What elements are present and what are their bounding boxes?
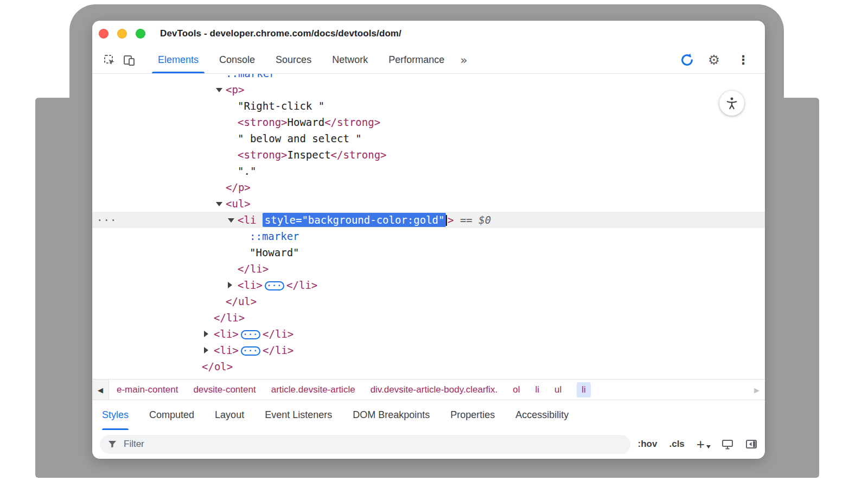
dom-pseudo-token: ::marker — [250, 230, 299, 242]
toggle-element-state-button[interactable]: :hov — [638, 439, 658, 450]
device-toolbar-icon[interactable] — [119, 51, 139, 69]
disclosure-down-icon[interactable] — [216, 88, 222, 92]
toggle-class-button[interactable]: .cls — [669, 439, 684, 450]
breadcrumb-scroll-right-icon[interactable]: ▶ — [749, 380, 765, 400]
dom-tree-row[interactable]: </ol> — [92, 358, 765, 375]
dom-node-text: </ul> — [92, 293, 257, 309]
dom-tree-row[interactable]: "Howard" — [92, 244, 765, 261]
dom-tree-row[interactable]: <li>···</li> — [92, 326, 765, 342]
rendering-emulation-button[interactable] — [722, 439, 733, 450]
settings-gear-icon[interactable]: ⚙ — [704, 51, 724, 69]
breadcrumb: e-main-contentdevsite-contentarticle.dev… — [109, 382, 591, 397]
devtools-window: DevTools - developer.chrome.com/docs/dev… — [92, 21, 765, 459]
tab-performance[interactable]: Performance — [378, 47, 455, 73]
new-style-rule-button[interactable]: + — [697, 437, 710, 451]
dom-tree-row[interactable]: <li>···</li> — [92, 342, 765, 358]
dom-tree-row[interactable]: <strong>Inspect</strong> — [92, 147, 765, 163]
dom-tree-row[interactable]: ::marker — [92, 74, 765, 81]
sidebar-tab-bar: StylesComputedLayoutEvent ListenersDOM B… — [92, 400, 765, 430]
kebab-menu-icon[interactable]: ⋮ — [731, 51, 755, 69]
tab-accessibility[interactable]: Accessibility — [515, 400, 569, 430]
text-caret — [446, 215, 448, 226]
dom-tree-row[interactable]: <p> — [92, 81, 765, 98]
filter-input[interactable] — [123, 438, 623, 450]
toggle-sidebar-button[interactable] — [745, 439, 757, 450]
window-title: DevTools - developer.chrome.com/docs/dev… — [160, 28, 401, 39]
dom-tree-row[interactable]: <li>···</li> — [92, 277, 765, 293]
dom-tag-token: <p> — [226, 84, 244, 96]
breadcrumb-item-ol[interactable]: ol — [513, 382, 520, 397]
tab-computed[interactable]: Computed — [149, 400, 194, 430]
dom-pseudo-token: ::marker — [226, 74, 276, 79]
dom-tree-row[interactable]: <ul> — [92, 195, 765, 212]
dom-tree-row[interactable]: "Right-click " — [92, 98, 765, 114]
maximize-window-button[interactable] — [136, 29, 145, 39]
dom-node-text: <ul> — [92, 195, 251, 212]
dom-tag-token: </li> — [214, 312, 245, 324]
tab-sources[interactable]: Sources — [265, 47, 322, 73]
tab-layout[interactable]: Layout — [215, 400, 244, 430]
close-window-button[interactable] — [99, 29, 108, 39]
dom-tree-row[interactable]: </li> — [92, 261, 765, 277]
dom-str-token: " below and select " — [238, 132, 362, 144]
breadcrumb-item-ul[interactable]: ul — [554, 382, 561, 397]
tab-styles[interactable]: Styles — [102, 400, 129, 430]
dom-tree-row[interactable]: ::marker — [92, 228, 765, 244]
disclosure-down-icon[interactable] — [228, 218, 234, 223]
dom-tree-row[interactable]: ···<li style="background-color:gold"> ==… — [92, 212, 765, 228]
dom-plain-token: Howard — [288, 116, 325, 128]
dom-str-token: "Right-click " — [238, 100, 324, 112]
breadcrumb-item-e-main-content[interactable]: e-main-content — [117, 382, 178, 397]
dom-tree-row[interactable]: </p> — [92, 179, 765, 195]
dom-node-text: ::marker — [92, 74, 276, 81]
breadcrumb-item-article-devsite-article[interactable]: article.devsite-article — [271, 382, 355, 397]
minimize-window-button[interactable] — [117, 29, 127, 39]
breadcrumb-item-li[interactable]: li — [535, 382, 540, 397]
dom-node-text: "Howard" — [92, 244, 299, 261]
dom-tree-row[interactable]: <strong>Howard</strong> — [92, 114, 765, 130]
dom-node-text: </p> — [92, 179, 251, 195]
inline-expand-button[interactable]: ··· — [265, 281, 284, 290]
tab-network[interactable]: Network — [322, 47, 378, 73]
dom-tag-token: <li> — [238, 279, 263, 291]
inspect-element-icon[interactable] — [100, 51, 119, 69]
accessibility-person-icon — [725, 96, 739, 110]
disclosure-right-icon[interactable] — [204, 331, 208, 337]
tab-properties[interactable]: Properties — [450, 400, 495, 430]
dom-node-text: "." — [92, 163, 256, 179]
sync-icon[interactable] — [677, 51, 697, 69]
dom-dollar-token: $0 — [478, 214, 491, 226]
inline-expand-button[interactable]: ··· — [241, 346, 260, 356]
dom-node-text: "Right-click " — [92, 98, 324, 114]
tab-console[interactable]: Console — [209, 47, 265, 73]
dom-tag-token: </li> — [286, 279, 317, 291]
breadcrumb-scroll-left-icon[interactable]: ◀ — [92, 380, 109, 400]
accessibility-widget-button[interactable] — [719, 91, 744, 116]
dom-tag-token: </li> — [238, 263, 269, 275]
disclosure-right-icon[interactable] — [228, 282, 232, 288]
dom-tag-token: <ul> — [226, 198, 251, 210]
dom-tree-row[interactable]: </li> — [92, 309, 765, 326]
monitor-icon — [722, 439, 733, 450]
breadcrumb-item-div-devsite-article-body-clearfix[interactable]: div.devsite-article-body.clearfix. — [371, 382, 498, 397]
breadcrumb-item-devsite-content[interactable]: devsite-content — [193, 382, 256, 397]
dom-tree-row[interactable]: "." — [92, 163, 765, 179]
disclosure-right-icon[interactable] — [204, 347, 208, 353]
dom-tag-token: <li> — [214, 328, 239, 340]
row-overflow-menu[interactable]: ··· — [97, 212, 117, 228]
filter-field[interactable] — [100, 435, 630, 454]
dom-tree-row[interactable]: " below and select " — [92, 130, 765, 147]
chevron-down-icon — [706, 445, 711, 451]
panel-tab-bar: ElementsConsoleSourcesNetworkPerformance — [148, 47, 455, 73]
more-tabs-icon[interactable]: » — [455, 47, 473, 73]
disclosure-down-icon[interactable] — [216, 202, 222, 206]
dom-tree-row[interactable]: </ul> — [92, 293, 765, 309]
tab-dom-breakpoints[interactable]: DOM Breakpoints — [353, 400, 430, 430]
dom-tag-token: <li — [238, 214, 263, 226]
breadcrumb-item-li[interactable]: li — [577, 382, 591, 397]
devtools-toolbar: ElementsConsoleSourcesNetworkPerformance… — [92, 47, 765, 74]
inline-expand-button[interactable]: ··· — [241, 330, 260, 339]
styles-pane-buttons: :hov .cls + — [638, 437, 757, 451]
tab-event-listeners[interactable]: Event Listeners — [265, 400, 332, 430]
tab-elements[interactable]: Elements — [148, 47, 209, 73]
